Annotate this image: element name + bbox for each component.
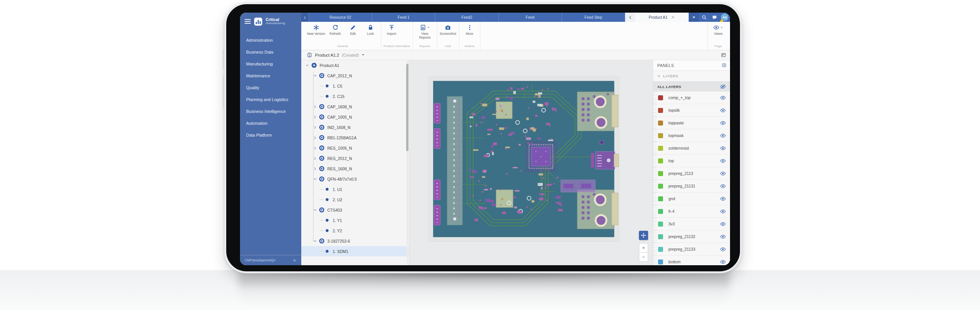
sidebar-item-automation[interactable]: Automation — [240, 117, 301, 129]
visibility-eye-icon[interactable] — [720, 221, 726, 227]
chev-right-icon[interactable] — [312, 157, 318, 160]
layer-row-prepreg-21132[interactable]: prepreg_21132 — [653, 230, 730, 243]
visibility-eye-icon[interactable] — [720, 133, 726, 139]
tree-item-1-sdm1[interactable]: 1. SDM1 — [301, 246, 409, 256]
tree-item-res-2012-n[interactable]: RES_2012_N — [301, 153, 409, 163]
page-layout-icon[interactable] — [721, 52, 726, 58]
layer-row-3v3[interactable]: 3v3 — [653, 218, 730, 230]
tab-product-a1-active[interactable]: Product A1 — [635, 13, 689, 22]
tree-item-cap-1608-n[interactable]: CAP_1608_N — [301, 101, 409, 112]
layer-row-prepreg-21131[interactable]: prepreg_21131 — [653, 180, 730, 193]
import-button[interactable]: Import — [383, 22, 400, 37]
hamburger-menu-icon[interactable] — [245, 19, 251, 24]
tab-feed2[interactable]: Feed2 — [435, 13, 498, 22]
panel-expand-icon[interactable] — [722, 63, 727, 68]
tree-item-1-y1[interactable]: 1. Y1 — [301, 215, 409, 225]
chev-down-icon[interactable] — [312, 177, 318, 181]
tree-item-2-u2[interactable]: 2. U2 — [301, 194, 409, 205]
tree-item-1-u1[interactable]: 1. U1 — [301, 184, 409, 194]
layer-row-bottom[interactable]: bottom — [653, 256, 730, 265]
cad-canvas[interactable]: + − — [410, 60, 653, 265]
sidebar-item-business-data[interactable]: Business Data — [240, 46, 301, 58]
layers-section-header[interactable]: LAYERS — [653, 71, 730, 82]
zoom-in-button[interactable]: + — [639, 243, 648, 253]
more-button[interactable]: More — [461, 22, 479, 37]
chev-right-icon[interactable] — [312, 126, 318, 129]
close-tab-icon[interactable] — [671, 15, 675, 19]
layer-row-prepreg-2113[interactable]: prepreg_2113 — [653, 167, 730, 180]
visibility-eye-icon[interactable] — [720, 234, 726, 240]
tree-item-qfn-48-7x7x0-5[interactable]: QFN-48/7x7x0.5 — [301, 174, 409, 184]
visibility-eye-icon[interactable] — [720, 246, 726, 252]
user-avatar[interactable]: AS — [721, 13, 728, 21]
zoom-out-button[interactable]: − — [639, 252, 648, 262]
refresh-button[interactable]: Refresh — [327, 22, 344, 37]
chev-right-icon[interactable] — [312, 105, 318, 109]
view-reports-button[interactable]: View Reports — [415, 22, 435, 41]
tree-item-3-1827253-6[interactable]: 3-1827253-6 — [301, 236, 409, 246]
screenshot-button[interactable]: Screenshot — [439, 22, 457, 37]
sidebar-item-quality[interactable]: Quality — [240, 82, 301, 93]
chev-right-icon[interactable] — [312, 146, 318, 150]
views-button[interactable]: Views — [709, 22, 727, 37]
visibility-eye-icon[interactable] — [720, 259, 726, 265]
tree-item-cts403[interactable]: CTS403 — [301, 205, 409, 215]
tree-item-product-a1[interactable]: Product A1 — [301, 60, 409, 70]
pan-tool-button[interactable] — [639, 231, 648, 240]
tree-scrollbar-track[interactable] — [407, 61, 409, 264]
tree-item-cap-2012-n[interactable]: CAP_2012_N — [301, 70, 409, 81]
layer-row-comp-top[interactable]: comp_+_top — [653, 91, 730, 104]
tree-item-1-c5[interactable]: 1. C5 — [301, 81, 409, 91]
sidebar-item-administration[interactable]: Administration — [240, 34, 301, 46]
visibility-eye-icon[interactable] — [720, 158, 726, 164]
layer-row-topsilk[interactable]: topsilk — [653, 104, 730, 117]
chev-down-icon[interactable] — [304, 64, 310, 67]
tab-resource-02[interactable]: Resource 02 — [309, 13, 372, 22]
tab-list-dropdown-button[interactable] — [689, 13, 699, 22]
visibility-eye-icon[interactable] — [720, 183, 726, 189]
lock-button[interactable]: Lock — [362, 22, 379, 37]
messages-button[interactable] — [709, 13, 720, 22]
layer-row-solderresist[interactable]: solderresist — [653, 142, 730, 155]
tree-item-2-y2[interactable]: 2. Y2 — [301, 225, 409, 236]
tree-item-cap-1005-n[interactable]: CAP_1005_N — [301, 112, 409, 122]
chev-right-icon[interactable] — [312, 136, 318, 140]
chev-down-icon[interactable] — [312, 239, 318, 243]
visibility-eye-icon[interactable] — [720, 209, 726, 214]
all-layers-row[interactable]: ALL LAYERS — [653, 82, 730, 91]
edit-button[interactable]: Edit — [344, 22, 362, 37]
sidebar-item-planning-and-logistics[interactable]: Planning and Logistics — [240, 93, 301, 105]
chev-right-icon[interactable] — [312, 115, 318, 119]
global-search-button[interactable] — [699, 13, 709, 22]
visibility-eye-icon[interactable] — [720, 145, 726, 151]
layer-row-topmask[interactable]: topmask — [653, 129, 730, 142]
tab-scroll-left-button[interactable] — [625, 13, 635, 22]
layer-row-fr-4[interactable]: fr-4 — [653, 205, 730, 218]
sidebar-item-manufacturing[interactable]: Manufacturing — [240, 58, 301, 70]
layer-row-top[interactable]: top — [653, 155, 730, 167]
sidebar-item-business-intelligence[interactable]: Business Intelligence — [240, 105, 301, 117]
eye-slash-icon[interactable] — [720, 84, 726, 90]
visibility-eye-icon[interactable] — [720, 120, 726, 126]
tree-scrollbar-thumb[interactable] — [406, 64, 408, 151]
layer-row-gnd[interactable]: gnd — [653, 193, 730, 205]
tree-item-ind-1608-n[interactable]: IND_1608_N — [301, 122, 409, 132]
tab-overflow-partial[interactable]: 1 — [301, 13, 309, 22]
sidebar-item-data-platform[interactable]: Data Platform — [240, 129, 301, 141]
visibility-eye-icon[interactable] — [720, 196, 726, 202]
tab-feed-1[interactable]: Feed 1 — [372, 13, 435, 22]
sidebar-item-maintenance[interactable]: Maintenance — [240, 70, 301, 82]
chev-down-icon[interactable] — [312, 74, 318, 78]
chev-down-icon[interactable] — [312, 208, 318, 212]
pcb-board-image[interactable] — [429, 77, 619, 241]
visibility-eye-icon[interactable] — [720, 95, 726, 101]
chev-right-icon[interactable] — [312, 167, 318, 171]
tab-feed[interactable]: Feed — [499, 13, 562, 22]
tree-item-res-1005-n[interactable]: RES_1005_N — [301, 143, 409, 153]
visibility-eye-icon[interactable] — [720, 171, 726, 176]
layer-row-prepreg-21133[interactable]: prepreg_21133 — [653, 243, 730, 256]
tree-item-2-c15[interactable]: 2. C15 — [301, 91, 409, 101]
layer-row-toppaste[interactable]: toppaste — [653, 117, 730, 129]
tab-feed-step[interactable]: Feed Step — [562, 13, 625, 22]
version-dropdown-caret-icon[interactable] — [361, 53, 365, 57]
